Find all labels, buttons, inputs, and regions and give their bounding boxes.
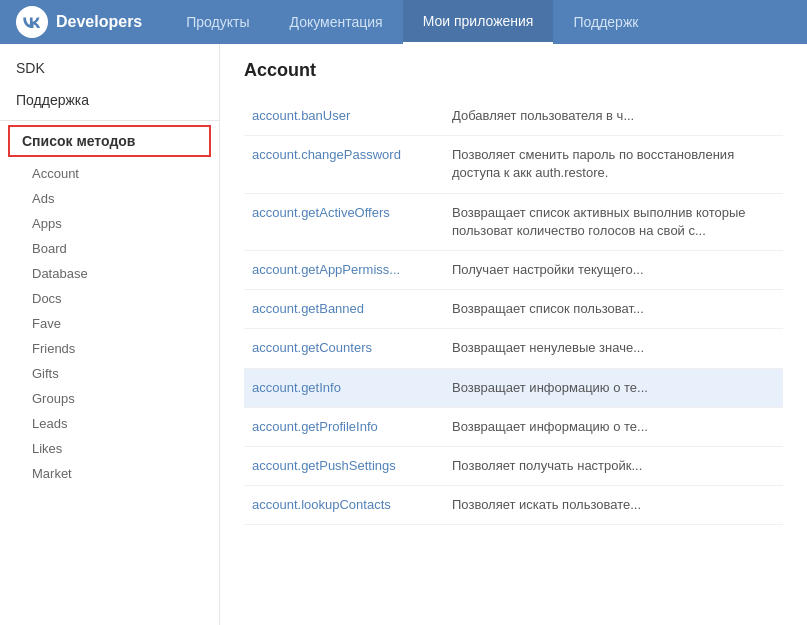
sidebar-item-fave[interactable]: Fave: [8, 311, 219, 336]
table-row: account.getProfileInfo Возвращает информ…: [244, 407, 783, 446]
sidebar-item-gifts[interactable]: Gifts: [8, 361, 219, 386]
sidebar-item-account[interactable]: Account: [8, 161, 219, 186]
sidebar-item-board[interactable]: Board: [8, 236, 219, 261]
method-desc: Позволяет искать пользовате...: [452, 497, 641, 512]
method-link[interactable]: account.getBanned: [252, 301, 364, 316]
nav-docs[interactable]: Документация: [270, 0, 403, 44]
sidebar-item-market[interactable]: Market: [8, 461, 219, 486]
nav-my-apps[interactable]: Мои приложения: [403, 0, 554, 44]
table-row: account.changePassword Позволяет сменить…: [244, 136, 783, 193]
sidebar-item-sdk[interactable]: SDK: [0, 52, 219, 84]
table-row: account.getAppPermiss... Получает настро…: [244, 250, 783, 289]
sidebar-submenu: Account Ads Apps Board Database Docs Fav…: [0, 161, 219, 486]
method-link[interactable]: account.getCounters: [252, 340, 372, 355]
methods-table: account.banUser Добавляет пользователя в…: [244, 97, 783, 525]
sidebar-item-apps[interactable]: Apps: [8, 211, 219, 236]
nav-products[interactable]: Продукты: [166, 0, 269, 44]
method-link[interactable]: account.lookupContacts: [252, 497, 391, 512]
method-desc: Возвращает список активных выполнив кото…: [452, 205, 746, 238]
method-desc: Получает настройки текущего...: [452, 262, 644, 277]
method-link[interactable]: account.changePassword: [252, 147, 401, 162]
main-layout: SDK Поддержка Список методов Account Ads…: [0, 44, 807, 625]
content-area: Account account.banUser Добавляет пользо…: [220, 44, 807, 625]
nav-items: Продукты Документация Мои приложения Под…: [166, 0, 791, 44]
table-row: account.getInfo Возвращает информацию о …: [244, 368, 783, 407]
method-link[interactable]: account.getProfileInfo: [252, 419, 378, 434]
table-row: account.banUser Добавляет пользователя в…: [244, 97, 783, 136]
method-desc: Позволяет получать настройк...: [452, 458, 642, 473]
sidebar-item-database[interactable]: Database: [8, 261, 219, 286]
sidebar-item-ads[interactable]: Ads: [8, 186, 219, 211]
sidebar-item-methods-list[interactable]: Список методов: [8, 125, 211, 157]
method-desc: Позволяет сменить пароль по восстановлен…: [452, 147, 734, 180]
method-link[interactable]: account.getActiveOffers: [252, 205, 390, 220]
logo[interactable]: Developers: [16, 6, 142, 38]
method-desc: Возвращает список пользоват...: [452, 301, 644, 316]
method-link[interactable]: account.banUser: [252, 108, 350, 123]
table-row: account.getCounters Возвращает ненулевые…: [244, 329, 783, 368]
sidebar-item-likes[interactable]: Likes: [8, 436, 219, 461]
method-link[interactable]: account.getInfo: [252, 380, 341, 395]
sidebar-item-leads[interactable]: Leads: [8, 411, 219, 436]
method-link[interactable]: account.getAppPermiss...: [252, 262, 400, 277]
sidebar-item-support[interactable]: Поддержка: [0, 84, 219, 116]
section-title: Account: [244, 60, 783, 81]
table-row: account.getBanned Возвращает список поль…: [244, 290, 783, 329]
logo-text: Developers: [56, 13, 142, 31]
sidebar: SDK Поддержка Список методов Account Ads…: [0, 44, 220, 625]
method-link[interactable]: account.getPushSettings: [252, 458, 396, 473]
method-desc: Возвращает ненулевые значе...: [452, 340, 644, 355]
sidebar-item-groups[interactable]: Groups: [8, 386, 219, 411]
table-row: account.lookupContacts Позволяет искать …: [244, 486, 783, 525]
sidebar-item-friends[interactable]: Friends: [8, 336, 219, 361]
method-desc: Возвращает информацию о те...: [452, 380, 648, 395]
sidebar-divider: [0, 120, 219, 121]
sidebar-item-docs[interactable]: Docs: [8, 286, 219, 311]
table-row: account.getActiveOffers Возвращает списо…: [244, 193, 783, 250]
method-desc: Добавляет пользователя в ч...: [452, 108, 634, 123]
table-row: account.getPushSettings Позволяет получа…: [244, 446, 783, 485]
vk-logo-icon: [16, 6, 48, 38]
top-navigation: Developers Продукты Документация Мои при…: [0, 0, 807, 44]
method-desc: Возвращает информацию о те...: [452, 419, 648, 434]
nav-support[interactable]: Поддержк: [553, 0, 658, 44]
